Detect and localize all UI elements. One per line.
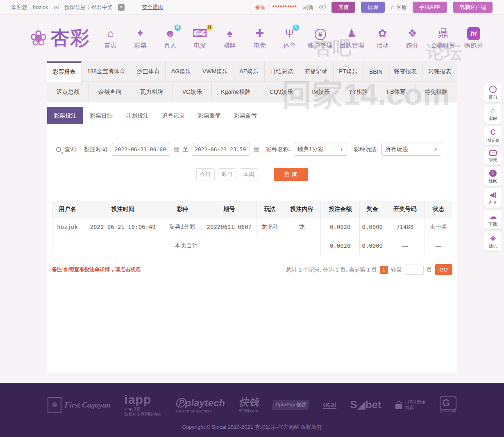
nav-item-esports[interactable]: ✚电竞 [248, 27, 271, 50]
refresh-link[interactable]: 刷新 [303, 4, 313, 11]
tab-r2-1[interactable]: 返点总额 [47, 82, 89, 102]
service-link[interactable]: 客服 [396, 4, 407, 11]
table-cell: hozjok [52, 217, 83, 236]
lottery-select[interactable]: 瑞典1分彩 ▼ [294, 143, 347, 156]
subtab-1[interactable]: 彩票投注 [47, 107, 83, 124]
time-to-input[interactable] [192, 143, 250, 156]
yesterday-button[interactable]: 昨日 [218, 168, 236, 181]
nav-item-jinding[interactable]: 鼎金鼎财富 [431, 27, 455, 50]
goto-page-input[interactable] [405, 265, 424, 275]
partner-logos: ❁First Cagayaniappiapp成员 隐私权专家国际协会Ⓟplayt… [0, 393, 504, 417]
tab-r2-2[interactable]: 余额查询 [89, 82, 131, 102]
headset-icon: ∩ [390, 4, 395, 11]
time-from-input[interactable] [112, 143, 170, 156]
logo-main-text: UplnPay 银联 [272, 400, 310, 410]
calendar-icon-to[interactable]: ▦ [253, 145, 259, 153]
side-item-question[interactable]: !疑问 [484, 167, 502, 186]
hi-app-icon: hi [467, 27, 480, 40]
tab-r1-6[interactable]: AE娱乐 [234, 61, 265, 82]
nav-item-sports[interactable]: ΨN体育 [278, 27, 301, 50]
nav-item-home[interactable]: ⌂首页 [99, 27, 122, 50]
table-cell: 瑞典1分彩 [163, 217, 202, 236]
badge-N: N [293, 25, 299, 31]
tab-r1-11[interactable]: 账变报表 [388, 61, 423, 82]
side-item-download[interactable]: ☁下载 [484, 210, 502, 229]
nav-item-activity[interactable]: ✿活动 [371, 27, 394, 50]
logo-sub-text: GAMCARE [440, 410, 456, 414]
tab-r1-8[interactable]: 充提记录 [299, 61, 334, 82]
page-number-badge[interactable]: 1 [380, 266, 388, 274]
lock-icon [395, 404, 402, 409]
nav-item-egame[interactable]: ⌨H电游 [188, 27, 211, 50]
subtab-2[interactable]: 彩票日结 [83, 107, 119, 124]
side-item-im-recharge[interactable]: CIM充值 [484, 126, 502, 145]
table-cell[interactable]: 未中奖 [425, 217, 452, 236]
welcome-text: 欢迎您，hozjok [11, 4, 48, 11]
tab-r1-4[interactable]: AG娱乐 [166, 61, 197, 82]
subtab-3[interactable]: 计划投注 [119, 107, 155, 124]
this-week-button[interactable]: 本周 [240, 168, 258, 181]
side-item-home-top[interactable]: ↑首页 [484, 83, 502, 102]
chevron-down-icon: ▼ [434, 147, 438, 152]
nav-label: 电游 [194, 42, 206, 50]
withdraw-button[interactable]: 提现 [361, 2, 385, 13]
query-button[interactable]: 查 询 [274, 168, 308, 181]
side-item-chat[interactable]: ···聊天 [484, 147, 502, 165]
today-button[interactable]: 今日 [196, 168, 215, 181]
nav-item-account[interactable]: ¥账户管理 [308, 28, 333, 50]
side-item-service[interactable]: ∩客服 [484, 104, 502, 124]
tab-r1-2[interactable]: 188金宝博体育 [82, 61, 131, 82]
logout-link[interactable]: 安全退出 [142, 4, 163, 11]
envelope-icon[interactable]: ✉ [54, 4, 59, 11]
tab-r1-3[interactable]: 沙巴体育 [131, 61, 166, 82]
go-button[interactable]: GO [435, 264, 452, 275]
nav-item-board[interactable]: ♠棋牌 [218, 27, 241, 50]
tab-r1-10[interactable]: BBIN [363, 61, 388, 82]
recharge-button[interactable]: 充值 [331, 2, 355, 13]
edit-pencil-icon[interactable]: ✎ [118, 4, 125, 11]
tab-r2-8[interactable]: YY棋牌 [339, 82, 377, 102]
tab-r1-9[interactable]: PT娱乐 [334, 61, 364, 82]
bet-time-label: 投注时间: [84, 146, 109, 153]
tab-r1-5[interactable]: VWM娱乐 [197, 61, 234, 82]
tab-r2-7[interactable]: IM娱乐 [302, 82, 339, 102]
subtab-5[interactable]: 彩票账变 [191, 107, 227, 124]
reserved-message: 预留信息：祝君中奖 [64, 4, 112, 11]
tab-r1-1[interactable]: 彩票报表 [47, 61, 82, 82]
tab-r2-10[interactable]: 特兔棋牌 [415, 82, 457, 102]
subtab-6[interactable]: 彩票盈亏 [227, 107, 263, 124]
nav-item-paofen[interactable]: ❖跑分 [401, 27, 424, 50]
tab-r2-9[interactable]: FB体育 [377, 82, 415, 102]
tab-r2-6[interactable]: CQ9娱乐 [260, 82, 302, 102]
side-item-sound[interactable]: ◀)声音 [484, 188, 502, 208]
table-row: hozjok2022-06-21 10:06:49瑞典1分彩20220621-0… [52, 217, 452, 236]
nav-item-live[interactable]: ☻N真人 [159, 27, 182, 50]
tab-r1-7[interactable]: 日结总览 [265, 61, 299, 82]
pc-client-button[interactable]: 电脑客户端 [453, 2, 493, 13]
yen-coin-icon: ¥ [315, 29, 326, 40]
logo-main-text: G [440, 396, 456, 410]
nav-label: 金鼎财富 [431, 42, 455, 50]
eye-icon[interactable] [319, 5, 326, 9]
footer-logo-99bill: 快钱99Bill.com [239, 396, 259, 414]
tab-r1-12[interactable]: 转账报表 [423, 61, 457, 82]
mobile-app-button[interactable]: 手机APP [413, 2, 447, 13]
calendar-icon-from[interactable]: ▦ [173, 145, 179, 153]
nav-label: 真人 [164, 42, 176, 50]
side-item-hangup[interactable]: ◈挂机 [484, 231, 502, 251]
nav-item-hi[interactable]: hi嗨跑分 [462, 27, 485, 50]
lottery-subtabs: 彩票投注彩票日结计划投注追号记录彩票账变彩票盈亏 [47, 102, 457, 124]
tab-r2-5[interactable]: Kgame棋牌 [212, 82, 261, 102]
play-type-select[interactable]: 所有玩法 ▼ [381, 143, 441, 156]
tab-r2-4[interactable]: VG娱乐 [173, 82, 212, 102]
table-header-cell: 玩法 [257, 201, 283, 217]
topbar: 欢迎您，hozjok ✉ 预留信息：祝君中奖 ✎ 安全退出 余额： ******… [0, 0, 504, 15]
brand-logo[interactable]: ❀ 杏彩 [30, 25, 90, 51]
tab-r2-3[interactable]: 瓦力棋牌 [131, 82, 173, 102]
nav-item-team[interactable]: ♟团队管理 [339, 27, 364, 50]
subtab-4[interactable]: 追号记录 [155, 107, 191, 124]
table-header-cell: 状态 [425, 201, 452, 217]
footer: ❁First Cagayaniappiapp成员 隐私权专家国际协会Ⓟplayt… [0, 383, 504, 437]
nav-item-lottery[interactable]: ✦彩票 [129, 27, 152, 50]
note-text: 备注:如需查看投注单详情，请点击状态 [52, 266, 141, 273]
